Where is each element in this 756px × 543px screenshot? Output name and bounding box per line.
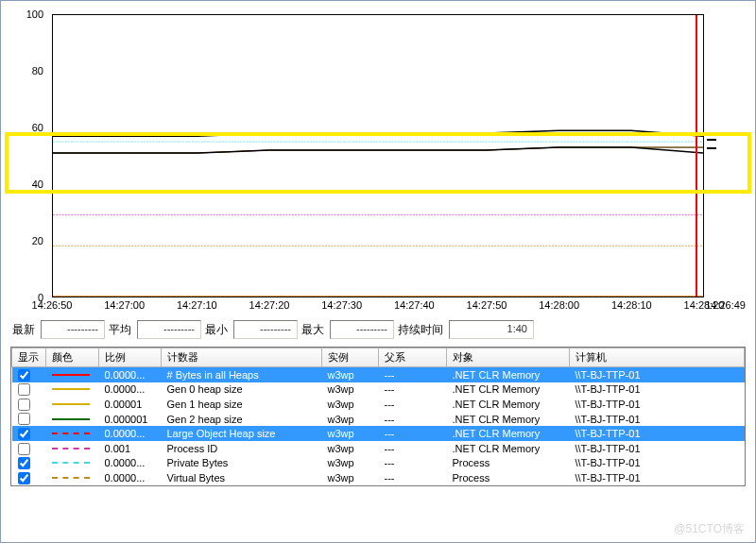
stat-value-duration: 1:40 (449, 320, 534, 339)
show-checkbox[interactable] (18, 413, 30, 425)
x-tick: 14:27:00 (104, 299, 145, 311)
chart-plot[interactable] (52, 14, 704, 297)
stat-label-max: 最大 (301, 322, 324, 338)
col-computer[interactable]: 计算机 (570, 348, 745, 367)
x-tick: 14:28:00 (539, 299, 579, 311)
col-color[interactable]: 颜色 (46, 348, 99, 367)
color-swatch (52, 388, 90, 390)
color-swatch (52, 477, 90, 479)
cell-scale: 0.0000... (99, 426, 162, 441)
show-checkbox[interactable] (18, 443, 30, 455)
col-counter[interactable]: 计数器 (162, 348, 322, 367)
cell-instance: w3wp (322, 397, 379, 412)
x-tick: 14:26:50 (32, 299, 73, 311)
stats-bar: 最新 --------- 平均 --------- 最小 --------- 最… (5, 316, 751, 343)
x-tick: 14:27:10 (177, 299, 217, 311)
cell-counter: # Bytes in all Heaps (162, 367, 322, 382)
cell-counter: Gen 1 heap size (162, 397, 322, 412)
cell-object: .NET CLR Memory (447, 397, 570, 412)
stat-value-max: --------- (330, 320, 394, 339)
counter-row[interactable]: 0.0000...# Bytes in all Heapsw3wp---.NET… (12, 367, 745, 382)
cell-counter: Virtual Bytes (162, 470, 322, 485)
cell-computer: \\T-BJ-TTP-01 (570, 382, 745, 398)
series-line (53, 147, 703, 153)
color-swatch (52, 374, 90, 376)
series-line (53, 130, 703, 136)
stat-label-min: 最小 (205, 322, 228, 338)
cell-scale: 0.00001 (99, 397, 162, 412)
time-cursor (696, 15, 697, 297)
col-instance[interactable]: 实例 (322, 348, 379, 367)
cell-parent: --- (379, 397, 447, 412)
cell-computer: \\T-BJ-TTP-01 (570, 470, 745, 485)
counter-row[interactable]: 0.0000...Virtual Bytesw3wp---Process\\T-… (12, 470, 745, 485)
counter-row[interactable]: 0.0000...Large Object Heap sizew3wp---.N… (12, 426, 745, 441)
show-checkbox[interactable] (18, 399, 30, 411)
x-tick: 14:27:50 (467, 299, 507, 311)
cell-instance: w3wp (322, 441, 379, 456)
cell-object: .NET CLR Memory (447, 441, 570, 456)
show-checkbox[interactable] (18, 472, 30, 484)
cell-computer: \\T-BJ-TTP-01 (570, 456, 745, 471)
cell-scale: 0.0000... (99, 382, 162, 398)
chart-area: 020406080100 14:26:5014:27:0014:27:1014:… (5, 5, 751, 316)
cell-scale: 0.0000... (99, 367, 162, 382)
cell-instance: w3wp (322, 470, 379, 485)
stat-label-avg: 平均 (109, 322, 131, 338)
cell-object: Process (447, 470, 570, 485)
cell-object: .NET CLR Memory (447, 382, 570, 398)
counter-row[interactable]: 0.0000...Gen 0 heap sizew3wp---.NET CLR … (12, 382, 745, 398)
cell-parent: --- (379, 441, 447, 456)
counter-row[interactable]: 0.001Process IDw3wp---.NET CLR Memory\\T… (12, 441, 745, 456)
col-object[interactable]: 对象 (447, 348, 570, 367)
show-checkbox[interactable] (18, 369, 30, 382)
cell-counter: Large Object Heap size (162, 426, 322, 441)
y-tick: 80 (32, 65, 43, 76)
show-checkbox[interactable] (18, 428, 30, 440)
show-checkbox[interactable] (18, 383, 30, 396)
counter-row[interactable]: 0.00001Gen 1 heap sizew3wp---.NET CLR Me… (12, 397, 745, 412)
counter-row[interactable]: 0.0000...Private Bytesw3wp---Process\\T-… (12, 456, 745, 471)
x-axis: 14:26:5014:27:0014:27:1014:27:2014:27:30… (52, 299, 704, 316)
cell-counter: Private Bytes (162, 456, 322, 471)
counter-row[interactable]: 0.000001Gen 2 heap sizew3wp---.NET CLR M… (12, 412, 745, 427)
cell-parent: --- (379, 412, 447, 427)
col-parent[interactable]: 父系 (379, 348, 447, 367)
show-checkbox[interactable] (18, 457, 30, 469)
cell-object: .NET CLR Memory (447, 412, 570, 427)
cell-counter: Process ID (162, 441, 322, 456)
col-scale[interactable]: 比例 (99, 348, 162, 367)
cell-computer: \\T-BJ-TTP-01 (570, 441, 745, 456)
x-tick: 14:27:30 (321, 299, 362, 311)
watermark: @51CTO博客 (674, 521, 745, 537)
y-tick: 20 (32, 235, 43, 246)
x-tick: 14:27:20 (249, 299, 290, 311)
cell-scale: 0.001 (99, 441, 162, 456)
x-tick: 14:28:10 (611, 299, 652, 311)
y-tick: 100 (26, 8, 43, 20)
cell-instance: w3wp (322, 367, 379, 382)
cell-parent: --- (379, 367, 447, 382)
x-tick: 14:27:40 (394, 299, 435, 311)
stat-value-avg: --------- (137, 320, 201, 339)
cell-instance: w3wp (322, 412, 379, 427)
col-show[interactable]: 显示 (12, 348, 46, 367)
color-swatch (52, 448, 90, 450)
cell-scale: 0.0000... (99, 456, 162, 471)
cell-computer: \\T-BJ-TTP-01 (570, 412, 745, 427)
x-current-time: 14:26:49 (705, 299, 746, 311)
cell-object: Process (447, 456, 570, 471)
cell-computer: \\T-BJ-TTP-01 (570, 426, 745, 441)
stat-value-min: --------- (233, 320, 298, 339)
color-swatch (52, 403, 90, 405)
cell-parent: --- (379, 382, 447, 398)
counter-header-row: 显示 颜色 比例 计数器 实例 父系 对象 计算机 (12, 348, 745, 367)
y-tick: 60 (32, 122, 43, 133)
cell-instance: w3wp (322, 382, 379, 398)
stat-label-latest: 最新 (12, 322, 35, 338)
chart-svg (53, 15, 703, 297)
cell-parent: --- (379, 456, 447, 471)
stat-label-duration: 持续时间 (398, 322, 443, 338)
cell-object: .NET CLR Memory (447, 367, 570, 382)
cell-computer: \\T-BJ-TTP-01 (570, 397, 745, 412)
